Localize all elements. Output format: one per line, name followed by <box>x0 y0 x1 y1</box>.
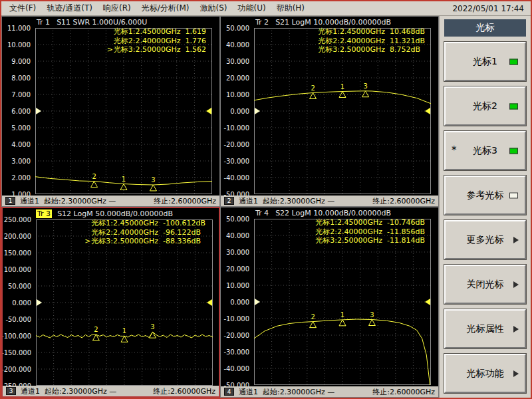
channel-label: 通道1 <box>20 196 39 206</box>
channel-number-badge: 1 <box>5 197 15 205</box>
button-label: 光标3 <box>473 145 497 157</box>
plot-channel-1[interactable]: Tr 1S11 SWR 1.000U/6.000U11.00010.0009.0… <box>1 16 220 207</box>
sweep-stop-label: 终止:2.60000GHz <box>153 386 215 396</box>
y-axis-labels: 250.000200.000150.000100.00050.0000.000-… <box>3 219 34 386</box>
channel-status-bar: 2通道1起始:2.30000GHz —终止:2.60000GHz <box>221 196 438 206</box>
measurement-format-label: S22 LogM 10.000dB/0.00000dB <box>275 209 391 217</box>
marker-readouts: 光标1:2.45000GHz 10.468dB光标2:2.40000GHz 11… <box>311 27 425 55</box>
channel-number-badge: 3 <box>6 387 16 395</box>
button-label: 更多光标 <box>467 234 504 246</box>
plot-channel-2[interactable]: Tr 2S21 LogM 10.000dB/0.00000dB50.00040.… <box>220 16 439 207</box>
marker-readout-line: 光标2:2.40000GHz -11.856dB <box>309 227 425 237</box>
channel-number-badge: 4 <box>224 388 234 396</box>
menu-item[interactable]: 功能(U) <box>232 1 271 16</box>
svg-text:2: 2 <box>311 313 315 321</box>
marker-readouts: 光标1:2.45000GHz 1.619光标2:2.40000GHz 1.776… <box>107 27 206 55</box>
plot-title: Tr 4S22 LogM 10.000dB/0.00000dB <box>254 209 391 217</box>
marker-readout-line: 光标1:2.45000GHz -100.612dB <box>84 219 205 228</box>
trace-label[interactable]: Tr 3 <box>36 209 52 218</box>
svg-text:1: 1 <box>340 311 344 319</box>
sidebar-title: 光标 <box>444 19 526 37</box>
sweep-start-label: 起始:2.30000GHz — <box>45 386 116 396</box>
svg-text:3: 3 <box>151 176 155 184</box>
submenu-arrow-icon <box>513 370 519 377</box>
sweep-stop-label: 终止:2.60000GHz <box>372 387 435 397</box>
marker2-button[interactable]: 光标2 <box>444 86 526 126</box>
channel-label: 通道1 <box>239 387 258 397</box>
svg-text:1: 1 <box>340 83 344 90</box>
trace-label[interactable]: Tr 2 <box>254 18 270 27</box>
marker-readout-line: 光标2:2.40000GHz -96.122dB <box>84 228 205 237</box>
button-label: 光标属性 <box>467 323 504 335</box>
trace-label[interactable]: Tr 1 <box>35 18 51 27</box>
marker-readout-line: >光标3:2.50000GHz 1.562 <box>107 45 206 55</box>
plot-channel-4[interactable]: Tr 4S22 LogM 10.000dB/0.00000dB50.00040.… <box>220 207 439 398</box>
marker-properties-button[interactable]: 光标属性 <box>444 309 526 348</box>
marker1-button[interactable]: 光标1 <box>444 42 526 81</box>
button-label: 光标2 <box>473 100 497 112</box>
sweep-stop-label: 终止:2.60000GHz <box>154 196 216 206</box>
plot-title: Tr 1S11 SWR 1.000U/6.000U <box>35 18 147 27</box>
menu-item[interactable]: 轨迹/通道(T) <box>41 1 98 16</box>
menu-item[interactable]: 响应(R) <box>98 1 136 16</box>
datetime-display: 2022/05/01 17:44 <box>452 4 528 13</box>
measurement-format-label: S21 LogM 10.000dB/0.00000dB <box>275 18 391 27</box>
svg-text:2: 2 <box>94 326 98 333</box>
marker-functions-button[interactable]: 光标功能 <box>444 354 526 393</box>
close-markers-button[interactable]: 关闭光标 <box>444 265 526 304</box>
svg-text:3: 3 <box>370 311 374 319</box>
vna-screen: 文件(F)轨迹/通道(T)响应(R)光标/分析(M)激励(S)功能(U)帮助(H… <box>0 0 532 399</box>
led-indicator-on <box>509 59 518 65</box>
led-indicator-on <box>509 148 518 154</box>
plot-channel-3[interactable]: Tr 3S12 LogM 50.000dB/0.00000dB250.00020… <box>1 207 220 398</box>
marker-sidebar: 光标 光标1光标2*光标3参考光标更多光标关闭光标光标属性光标功能 <box>439 16 531 398</box>
svg-text:1: 1 <box>122 176 126 183</box>
marker-readout-line: 光标2:2.40000GHz 1.776 <box>107 37 206 46</box>
channel-status-bar: 3通道1起始:2.30000GHz —终止:2.60000GHz <box>3 386 219 396</box>
submenu-arrow-icon <box>513 281 519 288</box>
y-axis-labels: 50.00040.00030.00020.00010.0000.000-10.0… <box>221 28 252 194</box>
menu-item[interactable]: 激励(S) <box>194 1 232 16</box>
sweep-start-label: 起始:2.30000GHz — <box>263 387 334 397</box>
channel-status-bar: 4通道1起始:2.30000GHz —终止:2.60000GHz <box>221 386 438 397</box>
marker-readouts: 光标1:2.45000GHz -100.612dB光标2:2.40000GHz … <box>84 219 205 246</box>
plots-grid: Tr 1S11 SWR 1.000U/6.000U11.00010.0009.0… <box>1 16 439 398</box>
svg-text:1: 1 <box>122 327 126 334</box>
marker-readout-line: 光标2:2.40000GHz 11.321dB <box>311 37 425 46</box>
marker-readout-line: 光标1:2.45000GHz 10.468dB <box>311 27 425 37</box>
y-axis-labels: 50.00040.00030.00020.00010.0000.000-10.0… <box>221 219 252 385</box>
menu-items: 文件(F)轨迹/通道(T)响应(R)光标/分析(M)激励(S)功能(U)帮助(H… <box>4 1 310 16</box>
submenu-arrow-icon <box>513 237 519 243</box>
measurement-format-label: S11 SWR 1.000U/6.000U <box>57 18 147 27</box>
menu-item[interactable]: 帮助(H) <box>271 1 310 16</box>
marker3-button[interactable]: *光标3 <box>444 131 526 170</box>
svg-text:3: 3 <box>363 82 367 90</box>
active-marker-indicator: * <box>452 144 457 156</box>
y-axis-labels: 11.00010.0009.0008.0007.0006.0005.0004.0… <box>2 28 33 194</box>
led-indicator-off <box>509 192 518 198</box>
menu-item[interactable]: 文件(F) <box>4 1 41 16</box>
marker-readouts: 光标1:2.45000GHz -10.746dB光标2:2.40000GHz -… <box>309 218 425 245</box>
led-indicator-on <box>509 103 518 109</box>
button-label: 关闭光标 <box>467 279 504 291</box>
button-label: 光标1 <box>473 56 497 68</box>
menu-bar: 文件(F)轨迹/通道(T)响应(R)光标/分析(M)激励(S)功能(U)帮助(H… <box>1 1 531 16</box>
plot-title: Tr 2S21 LogM 10.000dB/0.00000dB <box>254 18 391 27</box>
submenu-arrow-icon <box>513 326 519 332</box>
channel-number-badge: 2 <box>224 197 234 205</box>
svg-text:2: 2 <box>92 173 96 180</box>
sweep-start-label: 起始:2.30000GHz — <box>263 196 334 206</box>
sweep-start-label: 起始:2.30000GHz — <box>44 196 116 206</box>
marker-readout-line: >光标3:2.50000GHz -88.336dB <box>84 237 205 246</box>
reference-marker-button[interactable]: 参考光标 <box>444 176 526 215</box>
sweep-stop-label: 终止:2.60000GHz <box>372 196 435 206</box>
trace-label[interactable]: Tr 4 <box>254 209 270 217</box>
measurement-format-label: S12 LogM 50.000dB/0.00000dB <box>57 209 173 218</box>
menu-item[interactable]: 光标/分析(M) <box>136 1 195 16</box>
channel-status-bar: 1通道1起始:2.30000GHz —终止:2.60000GHz <box>2 196 219 206</box>
marker-readout-line: 光标3:2.50000GHz -11.814dB <box>309 236 425 245</box>
more-markers-button[interactable]: 更多光标 <box>444 220 526 259</box>
svg-text:2: 2 <box>311 84 315 92</box>
main-area: Tr 1S11 SWR 1.000U/6.000U11.00010.0009.0… <box>1 16 531 398</box>
plot-title: Tr 3S12 LogM 50.000dB/0.00000dB <box>36 209 173 218</box>
